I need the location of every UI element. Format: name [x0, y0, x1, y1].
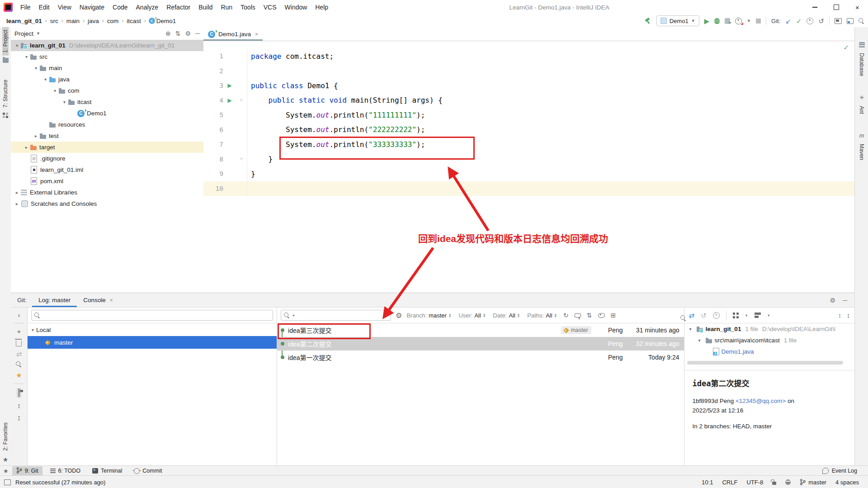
group-by-icon[interactable] — [733, 313, 739, 318]
branch-search-input[interactable] — [31, 310, 273, 321]
tool-button-database[interactable]: Database — [859, 50, 865, 79]
tool-button-9-git[interactable]: 9: Git — [12, 466, 42, 476]
run-more-chevron-icon[interactable]: ▼ — [747, 19, 751, 23]
tree-item-test[interactable]: ▸test — [11, 130, 203, 142]
breadcrumb-item-itcast[interactable]: itcast — [126, 18, 142, 24]
view-options-icon[interactable] — [755, 313, 761, 318]
menu-item-file[interactable]: File — [16, 0, 35, 14]
coverage-icon[interactable] — [725, 18, 730, 24]
tree-item-target[interactable]: ▸target — [11, 142, 203, 153]
filter-paths[interactable]: Paths:All▲▼ — [527, 312, 557, 319]
horizontal-scrollbar[interactable] — [687, 361, 843, 365]
run-gutter-icon[interactable] — [223, 82, 236, 89]
menu-item-tools[interactable]: Tools — [236, 0, 259, 14]
menu-item-navigate[interactable]: Navigate — [75, 0, 108, 14]
code-line-5[interactable]: 5 System.out.println("111111111"); — [203, 108, 854, 123]
breadcrumb-item-learn-git-01[interactable]: learn_git_01 — [5, 18, 43, 24]
indent-setting[interactable]: 4 spaces — [835, 479, 859, 486]
tree-item-demo1[interactable]: Demo1 — [11, 108, 203, 119]
tree-item-java[interactable]: ▾java — [11, 74, 203, 85]
gear-icon[interactable]: ⚙ — [185, 30, 191, 37]
ant-tool-icon[interactable]: ✳ — [859, 95, 864, 101]
open-in-new-tab-icon[interactable]: ⊞ — [611, 312, 616, 319]
event-log-button[interactable]: Event Log — [822, 468, 857, 474]
chevron-down-icon[interactable]: ▾ — [42, 77, 49, 82]
tree-item-gitignore[interactable]: .gitignore — [11, 153, 203, 164]
close-tab-icon[interactable]: × — [255, 31, 258, 38]
menu-item-vcs[interactable]: VCS — [259, 0, 281, 14]
breadcrumb-item-main[interactable]: main — [66, 18, 80, 24]
run-configuration-select[interactable]: Demo1 ▼ — [656, 15, 699, 26]
commit-row-idea[interactable]: idea第二次提交Peng32 minutes ago — [277, 337, 684, 351]
refresh-icon[interactable]: ↻ — [563, 312, 569, 319]
run-gutter-icon[interactable] — [223, 97, 236, 104]
history-icon[interactable] — [807, 18, 813, 24]
git-tab-log-master[interactable]: Log: master — [32, 293, 77, 307]
tool-button-6-todo[interactable]: 6: TODO — [46, 466, 85, 476]
tree-item-src[interactable]: ▾src — [11, 51, 203, 62]
code-editor[interactable]: 1package com.itcast;23public class Demo1… — [203, 41, 854, 196]
code-line-3[interactable]: 3public class Demo1 { — [203, 78, 854, 93]
database-tool-icon[interactable] — [859, 42, 865, 48]
chevron-right-icon[interactable]: ▸ — [33, 133, 39, 138]
expand-all-icon[interactable]: ↕ — [838, 312, 841, 319]
regex-gear-icon[interactable]: ⚙ — [396, 311, 402, 320]
hide-panel-icon[interactable]: ─ — [843, 297, 847, 304]
commit-row-idea[interactable]: idea第三次提交masterPeng31 minutes ago — [277, 323, 684, 337]
project-structure-icon[interactable] — [835, 18, 842, 24]
chevron-down-icon[interactable]: ▾ — [23, 54, 30, 59]
favorites-star-icon[interactable]: ★ — [3, 468, 9, 474]
git-commit-check-icon[interactable]: ✓ — [796, 18, 802, 24]
expand-all-icon[interactable]: ↕ — [17, 402, 21, 409]
commit-row-idea[interactable]: idea第一次提交PengToday 9:24 — [277, 351, 684, 364]
maximize-button[interactable] — [826, 0, 847, 14]
branch-group-local[interactable]: ▾ Local — [28, 323, 277, 336]
menu-item-help[interactable]: Help — [311, 0, 332, 14]
gear-icon[interactable]: ⚙ — [830, 297, 836, 304]
menu-item-build[interactable]: Build — [194, 0, 217, 14]
file-encoding[interactable]: UTF-8 — [746, 479, 763, 486]
collapse-all-icon[interactable]: ⇅ — [175, 30, 181, 37]
changed-dir-row[interactable]: ▾ src\main\java\com\itcast 1 file — [684, 335, 854, 346]
preview-diff-icon[interactable] — [17, 388, 21, 398]
filter-user[interactable]: User:All▲▼ — [458, 312, 486, 319]
chevron-right-icon[interactable]: ▸ — [14, 190, 20, 195]
eye-icon[interactable] — [598, 313, 605, 318]
search-everywhere-icon[interactable] — [859, 18, 864, 24]
code-line-4[interactable]: 4▿ public static void main(String[] args… — [203, 93, 854, 108]
rollback-icon[interactable]: ↺ — [818, 18, 824, 24]
favorite-branch-icon[interactable]: ★ — [16, 371, 22, 379]
chevron-down-icon[interactable]: ▾ — [29, 327, 36, 332]
collapse-all-icon[interactable]: ↨ — [17, 413, 21, 421]
menu-item-window[interactable]: Window — [281, 0, 311, 14]
code-line-1[interactable]: 1package com.itcast; — [203, 49, 854, 64]
tree-item-pom-xml[interactable]: pom.xml — [11, 175, 203, 187]
changed-file-row[interactable]: Demo1.java — [684, 346, 854, 357]
code-line-8[interactable]: 8▿ } — [203, 152, 854, 167]
close-tab-icon[interactable]: × — [110, 297, 113, 303]
chevron-down-icon[interactable]: ▾ — [52, 88, 58, 93]
breadcrumb-item-java[interactable]: java — [87, 18, 100, 24]
code-line-7[interactable]: 7 System.out.println("333333333"); — [203, 137, 854, 152]
chevron-down-icon[interactable]: ▾ — [61, 99, 68, 104]
code-line-9[interactable]: 9} — [203, 166, 854, 181]
minimize-button[interactable] — [804, 0, 826, 14]
tool-button-terminal[interactable]: Terminal — [88, 466, 126, 476]
sort-icon[interactable]: ⇅ — [587, 312, 592, 319]
tree-item-learn-git-01-iml[interactable]: learn_git_01.iml — [11, 164, 203, 175]
branch-tag-chip[interactable]: master — [561, 326, 591, 334]
tree-item-scratches-and-consoles[interactable]: ▸Scratches and Consoles — [11, 198, 203, 209]
close-button[interactable]: × — [847, 0, 868, 14]
git-tab-console[interactable]: Console× — [77, 293, 119, 307]
tree-item-resources[interactable]: resources — [11, 119, 203, 130]
changed-root-row[interactable]: ▾ learn_git_01 1 file D:\develop\IDEA\Le… — [684, 323, 854, 335]
tool-button-maven[interactable]: Maven — [859, 141, 865, 163]
menu-item-view[interactable]: View — [54, 0, 75, 14]
tree-item-learn-git-01[interactable]: ▾learn_git_01D:\develop\IDEA\LearnGit\le… — [11, 40, 203, 51]
editor-tab-demo1[interactable]: Demo1.java × — [203, 28, 263, 41]
collapse-all-icon[interactable]: ↨ — [847, 312, 850, 319]
search-icon[interactable] — [16, 361, 22, 367]
delete-icon[interactable] — [16, 341, 22, 346]
structure-tool-icon[interactable] — [3, 113, 8, 118]
chevron-down-icon[interactable]: ▾ — [696, 338, 703, 343]
